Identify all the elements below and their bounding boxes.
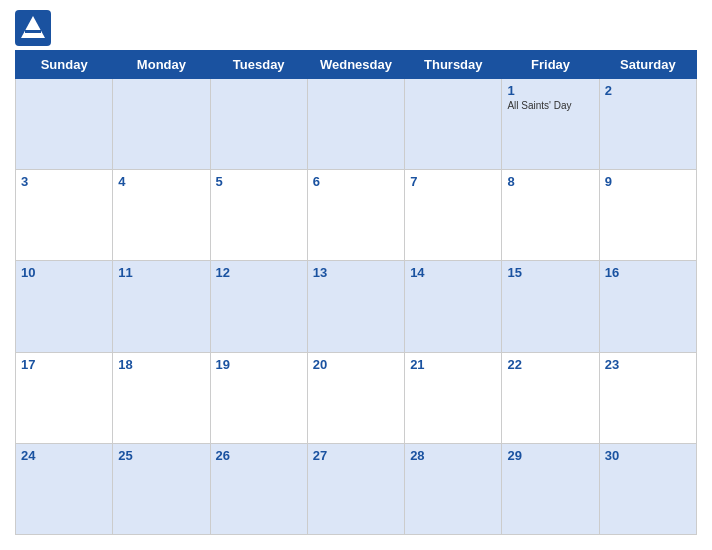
calendar-cell: 2 — [599, 79, 696, 170]
day-number: 30 — [605, 448, 691, 463]
calendar-week-row: 1All Saints' Day2 — [16, 79, 697, 170]
calendar-cell: 21 — [405, 352, 502, 443]
day-number: 1 — [507, 83, 593, 98]
calendar-week-row: 10111213141516 — [16, 261, 697, 352]
calendar-cell: 18 — [113, 352, 210, 443]
calendar-cell: 26 — [210, 443, 307, 534]
calendar-week-row: 3456789 — [16, 170, 697, 261]
day-number: 25 — [118, 448, 204, 463]
weekday-header-monday: Monday — [113, 51, 210, 79]
calendar-cell: 24 — [16, 443, 113, 534]
day-number: 7 — [410, 174, 496, 189]
weekday-header-friday: Friday — [502, 51, 599, 79]
calendar-cell: 7 — [405, 170, 502, 261]
day-number: 16 — [605, 265, 691, 280]
calendar-cell: 20 — [307, 352, 404, 443]
event-label: All Saints' Day — [507, 100, 593, 111]
calendar-cell: 15 — [502, 261, 599, 352]
calendar-cell: 11 — [113, 261, 210, 352]
weekday-header-sunday: Sunday — [16, 51, 113, 79]
calendar-cell: 29 — [502, 443, 599, 534]
calendar-week-row: 24252627282930 — [16, 443, 697, 534]
calendar-cell: 5 — [210, 170, 307, 261]
weekday-header-tuesday: Tuesday — [210, 51, 307, 79]
calendar-cell: 25 — [113, 443, 210, 534]
calendar-cell: 28 — [405, 443, 502, 534]
calendar-week-row: 17181920212223 — [16, 352, 697, 443]
day-number: 21 — [410, 357, 496, 372]
calendar-cell: 19 — [210, 352, 307, 443]
day-number: 9 — [605, 174, 691, 189]
calendar-cell: 27 — [307, 443, 404, 534]
weekday-header-wednesday: Wednesday — [307, 51, 404, 79]
calendar-cell — [113, 79, 210, 170]
calendar-cell: 9 — [599, 170, 696, 261]
logo — [15, 10, 55, 46]
day-number: 24 — [21, 448, 107, 463]
weekday-header-thursday: Thursday — [405, 51, 502, 79]
day-number: 14 — [410, 265, 496, 280]
day-number: 28 — [410, 448, 496, 463]
calendar-cell — [405, 79, 502, 170]
calendar-cell: 13 — [307, 261, 404, 352]
day-number: 22 — [507, 357, 593, 372]
weekday-header-saturday: Saturday — [599, 51, 696, 79]
day-number: 11 — [118, 265, 204, 280]
day-number: 17 — [21, 357, 107, 372]
calendar-cell: 6 — [307, 170, 404, 261]
day-number: 8 — [507, 174, 593, 189]
day-number: 6 — [313, 174, 399, 189]
calendar-cell: 22 — [502, 352, 599, 443]
calendar-table: SundayMondayTuesdayWednesdayThursdayFrid… — [15, 50, 697, 535]
svg-rect-2 — [25, 30, 41, 33]
day-number: 3 — [21, 174, 107, 189]
calendar-cell — [16, 79, 113, 170]
day-number: 23 — [605, 357, 691, 372]
logo-icon — [15, 10, 51, 46]
calendar-cell: 8 — [502, 170, 599, 261]
day-number: 2 — [605, 83, 691, 98]
calendar-cell: 1All Saints' Day — [502, 79, 599, 170]
day-number: 26 — [216, 448, 302, 463]
day-number: 13 — [313, 265, 399, 280]
day-number: 27 — [313, 448, 399, 463]
calendar-cell: 17 — [16, 352, 113, 443]
calendar-cell: 16 — [599, 261, 696, 352]
calendar-cell: 14 — [405, 261, 502, 352]
day-number: 15 — [507, 265, 593, 280]
day-number: 29 — [507, 448, 593, 463]
calendar-cell: 10 — [16, 261, 113, 352]
calendar-cell: 12 — [210, 261, 307, 352]
day-number: 4 — [118, 174, 204, 189]
calendar-cell: 4 — [113, 170, 210, 261]
calendar-cell: 23 — [599, 352, 696, 443]
calendar-cell: 30 — [599, 443, 696, 534]
day-number: 20 — [313, 357, 399, 372]
calendar-cell: 3 — [16, 170, 113, 261]
calendar-header — [15, 10, 697, 46]
day-number: 10 — [21, 265, 107, 280]
calendar-cell — [307, 79, 404, 170]
day-number: 12 — [216, 265, 302, 280]
weekday-header-row: SundayMondayTuesdayWednesdayThursdayFrid… — [16, 51, 697, 79]
calendar-cell — [210, 79, 307, 170]
day-number: 5 — [216, 174, 302, 189]
day-number: 18 — [118, 357, 204, 372]
day-number: 19 — [216, 357, 302, 372]
